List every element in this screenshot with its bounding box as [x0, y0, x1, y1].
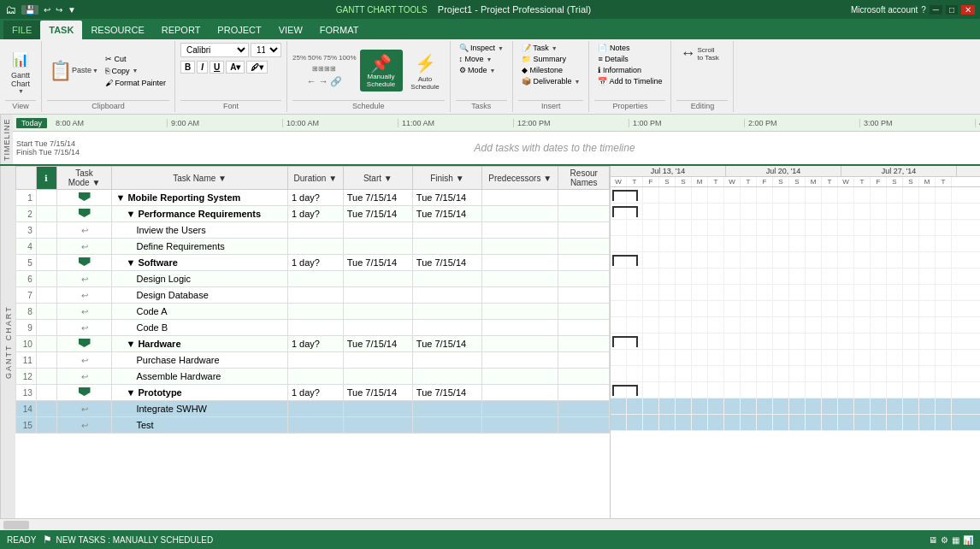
details-btn[interactable]: ≡ Details [594, 54, 631, 64]
row-number: 12 [16, 369, 37, 385]
manually-schedule-btn[interactable]: 📌 ManuallySchedule [360, 50, 403, 92]
notes-btn[interactable]: 📄 Notes [594, 43, 633, 53]
format-painter-btn[interactable]: 🖌 Format Painter [102, 78, 169, 88]
col-start[interactable]: Start ▼ [343, 167, 412, 190]
finish-date [412, 352, 481, 369]
col-mode[interactable]: TaskMode ▼ [56, 167, 112, 190]
gantt-cell [919, 415, 936, 431]
gantt-cell [757, 269, 773, 285]
duration: 1 day? [287, 385, 343, 401]
gantt-cell [789, 252, 806, 269]
mode-btn[interactable]: ⚙ Mode ▼ [456, 65, 499, 75]
gantt-cell [611, 415, 627, 431]
gantt-cell [708, 317, 724, 334]
font-color-btn[interactable]: A▾ [226, 61, 245, 74]
predecessors [481, 417, 558, 434]
table-row[interactable]: 11↩ Purchase Hardware [16, 352, 610, 369]
table-row[interactable]: 5▼ Software1 day?Tue 7/15/14Tue 7/15/14 [16, 255, 610, 271]
gantt-cell [724, 350, 741, 366]
table-row[interactable]: 10▼ Hardware1 day?Tue 7/15/14Tue 7/15/14 [16, 336, 610, 352]
italic-btn[interactable]: I [197, 61, 208, 74]
table-row[interactable]: 8↩ Code A [16, 304, 610, 320]
redo-btn[interactable]: ↪ [56, 5, 62, 15]
inspect-btn[interactable]: 🔍 Inspect ▼ [456, 43, 507, 53]
tab-format[interactable]: FORMAT [311, 21, 368, 39]
resource-names [558, 352, 610, 369]
gantt-cell [708, 220, 724, 236]
start-date [343, 287, 412, 304]
duration: 1 day? [287, 190, 343, 206]
table-row[interactable]: 13▼ Prototype1 day?Tue 7/15/14Tue 7/15/1… [16, 385, 610, 401]
table-row[interactable]: 4↩ Define Requirements [16, 239, 610, 255]
gantt-cell [806, 382, 822, 398]
undo-btn[interactable]: ↩ [44, 5, 50, 15]
gantt-cell [789, 220, 806, 236]
paste-btn[interactable]: 📋 Paste▼ [47, 58, 100, 84]
today-btn[interactable]: Today [16, 118, 47, 128]
highlight-btn[interactable]: 🖊▾ [246, 61, 268, 74]
horizontal-scrollbar[interactable] [0, 518, 980, 530]
information-btn[interactable]: ℹ Information [594, 65, 645, 75]
gantt-cell [854, 301, 871, 317]
close-btn[interactable]: ✕ [961, 5, 975, 15]
milestone-btn[interactable]: ◆ Milestone [518, 65, 566, 75]
gantt-cell [822, 252, 838, 269]
table-row[interactable]: 12↩ Assemble Hardware [16, 369, 610, 385]
scroll-to-task-btn[interactable]: ↔ Scrollto Task [676, 43, 728, 64]
underline-btn[interactable]: U [210, 61, 224, 74]
dropdown-btn[interactable]: ▼ [68, 5, 76, 15]
col-predecessors[interactable]: Predecessors ▼ [481, 167, 558, 190]
gantt-cell [627, 220, 643, 236]
table-row[interactable]: 2▼ Performance Requirements1 day?Tue 7/1… [16, 206, 610, 222]
col-duration[interactable]: Duration ▼ [287, 167, 343, 190]
row-number: 15 [16, 417, 37, 434]
window-title: Project1 - Project Professional (Trial) [438, 4, 591, 15]
gantt-cell [838, 236, 854, 252]
tab-resource[interactable]: RESOURCE [82, 21, 152, 39]
status-icon-4: 📊 [963, 535, 973, 545]
gantt-main: GANTT CHART ℹ TaskMode ▼ Task Name ▼ Dur… [0, 166, 980, 518]
gantt-chart-btn[interactable]: 📊 GanttChart ▼ [5, 45, 36, 96]
gantt-cell [692, 382, 708, 398]
font-family-select[interactable]: Calibri [180, 43, 249, 57]
gantt-cell [838, 285, 854, 301]
add-to-timeline-btn[interactable]: 📅 Add to Timeline [594, 76, 665, 86]
font-size-select[interactable]: 11 [251, 43, 281, 57]
save-btn[interactable]: 💾 [21, 5, 38, 15]
table-row[interactable]: 7↩ Design Database [16, 287, 610, 304]
scrollbar-thumb[interactable] [3, 521, 29, 529]
move-btn[interactable]: ↕ Move ▼ [456, 54, 496, 64]
task-insert-btn[interactable]: 📝 Task ▼ [518, 43, 561, 53]
tab-file[interactable]: FILE [3, 21, 40, 39]
gantt-cell [724, 301, 741, 317]
copy-btn[interactable]: ⎘ Copy ▼ [102, 66, 169, 76]
deliverable-btn[interactable]: 📦 Deliverable ▼ [518, 76, 583, 86]
bold-btn[interactable]: B [180, 61, 195, 74]
table-row[interactable]: 6↩ Design Logic [16, 271, 610, 287]
help-btn[interactable]: ? [921, 5, 926, 15]
account-label[interactable]: Microsoft account [851, 5, 918, 15]
table-row[interactable]: 9↩ Code B [16, 320, 610, 336]
tab-project[interactable]: PROJECT [209, 21, 269, 39]
col-finish[interactable]: Finish ▼ [412, 167, 481, 190]
tab-report[interactable]: REPORT [153, 21, 210, 39]
maximize-btn[interactable]: □ [946, 5, 958, 15]
table-row[interactable]: 14↩ Integrate SWHW [16, 401, 610, 417]
gantt-cell [838, 204, 854, 220]
task-name: Define Requirements [112, 239, 287, 255]
task-name: ▼ Software [112, 255, 287, 271]
day-F1: F [643, 177, 659, 186]
table-row[interactable]: 1▼ Mobile Reporting System1 day?Tue 7/15… [16, 190, 610, 206]
gantt-cell [789, 187, 806, 204]
cut-btn[interactable]: ✂ Cut [102, 54, 169, 64]
time-3pm: 3:00 PM [860, 119, 976, 127]
summary-btn[interactable]: 📁 Summary [518, 54, 570, 64]
table-row[interactable]: 3↩ Inview the Users [16, 222, 610, 239]
auto-schedule-btn[interactable]: ⚡ AutoSchedule [406, 50, 445, 92]
tab-view[interactable]: VIEW [270, 21, 311, 39]
gantt-week-3: Jul 27, '14 [841, 166, 957, 176]
tab-task[interactable]: TASK [40, 21, 82, 39]
minimize-btn[interactable]: ─ [930, 5, 942, 15]
col-name[interactable]: Task Name ▼ [112, 167, 287, 190]
table-row[interactable]: 15↩ Test [16, 417, 610, 434]
